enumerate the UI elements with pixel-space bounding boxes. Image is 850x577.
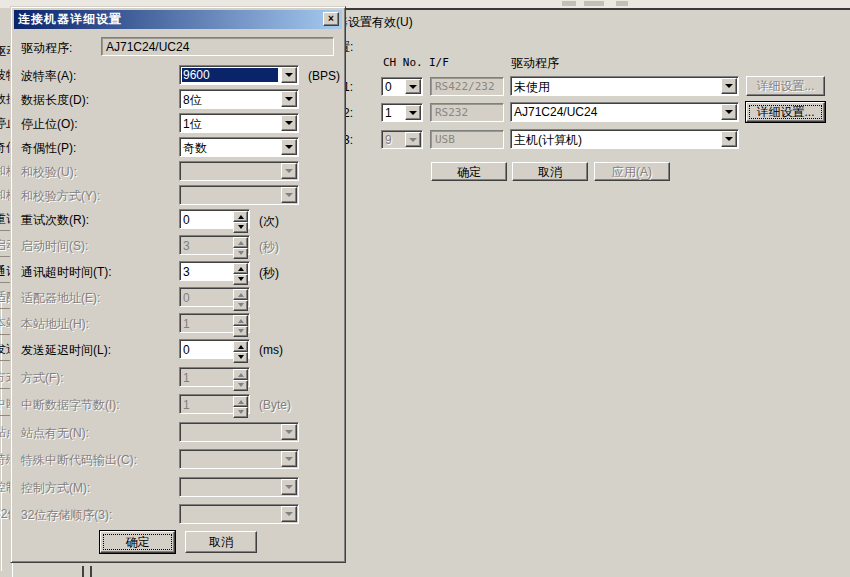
local-station-address-input [180, 314, 232, 332]
field-row-data-length: 数据长度(D):8位 [11, 89, 347, 109]
startup-time-spinner [179, 235, 250, 255]
storage-order-32bit-label: 32位存储顺序(3): [21, 507, 112, 524]
dialog-title: 连接机器详细设置 [14, 11, 122, 28]
ch3-number-combobox: 9 [381, 130, 423, 149]
adapter-address-input [180, 288, 232, 306]
chevron-down-icon [281, 451, 297, 467]
field-row-adapter-address: 适配器地址(E): [11, 287, 347, 307]
chevron-down-icon[interactable] [405, 105, 421, 120]
chevron-down-icon [281, 506, 297, 522]
interrupt-data-bytes-label: 中断数据字节数(I): [21, 397, 120, 414]
ch2-driver-combobox[interactable]: AJ71C24/UC24 [510, 102, 739, 122]
field-row-comm-timeout: 通讯超时时间(T):(秒) [11, 261, 347, 281]
close-icon[interactable]: × [323, 12, 339, 26]
chevron-down-icon[interactable] [721, 78, 737, 94]
mode-spinner [179, 367, 250, 387]
sum-check-value [180, 162, 280, 180]
parity-combobox[interactable]: 奇数 [179, 137, 299, 157]
station-presence-value [180, 423, 280, 441]
baud-rate-value: 9600 [182, 68, 278, 82]
spin-up-icon[interactable] [233, 341, 248, 352]
dialog-ok-button[interactable]: 确定 [100, 531, 175, 553]
spin-up-icon [233, 315, 248, 326]
window-fragment [616, 1, 628, 6]
sum-check-label: 和校验(U): [21, 164, 77, 181]
field-row-control-method: 控制方式(M): [11, 477, 347, 497]
dialog-cancel-button[interactable]: 取消 [185, 531, 257, 553]
field-row-storage-order-32bit: 32位存储顺序(3): [11, 504, 347, 524]
chevron-down-icon[interactable] [281, 67, 297, 83]
field-row-startup-time: 启动时间(S):(秒) [11, 235, 347, 255]
retry-count-spinner[interactable] [179, 209, 250, 229]
ch1-number-combobox[interactable]: 0 [381, 77, 423, 96]
driver-label: 驱动程序: [21, 40, 72, 57]
background-ok-button[interactable]: 确定 [431, 162, 507, 181]
background-cancel-button[interactable]: 取消 [512, 162, 588, 181]
chevron-down-icon[interactable] [721, 104, 737, 120]
mode-input [180, 368, 232, 386]
comm-timeout-unit: (秒) [259, 265, 279, 282]
interrupt-data-bytes-unit: (Byte) [259, 398, 291, 412]
column-header-ch-no: CH No. [383, 56, 423, 69]
send-delay-time-spinner[interactable] [179, 339, 250, 359]
control-method-combobox [179, 477, 299, 497]
special-interrupt-code-output-value [180, 450, 280, 468]
stop-bit-label: 停止位(O): [21, 116, 78, 133]
parity-value: 奇数 [180, 138, 280, 156]
interrupt-data-bytes-spinner [179, 394, 250, 414]
chevron-down-icon[interactable] [281, 91, 297, 107]
chevron-down-icon [281, 187, 297, 203]
control-method-label: 控制方式(M): [21, 480, 90, 497]
comm-timeout-spinner[interactable] [179, 261, 250, 281]
startup-time-unit: (秒) [259, 239, 279, 256]
ch3-interface-box: USB [430, 130, 504, 149]
window-fragment [584, 1, 604, 6]
sum-check-method-value [180, 186, 280, 204]
driver-row: 驱动程序: AJ71C24/UC24 [11, 37, 347, 57]
chevron-down-icon[interactable] [281, 139, 297, 155]
driver-display: AJ71C24/UC24 [101, 37, 334, 56]
dialog-titlebar[interactable]: 连接机器详细设置 × [14, 10, 342, 29]
storage-order-32bit-value [180, 505, 280, 523]
chevron-down-icon[interactable] [405, 79, 421, 94]
ch2-detail-settings-button[interactable]: 详细设置... [746, 102, 825, 122]
ch1-driver-combobox[interactable]: 未使用 [510, 76, 739, 96]
chevron-down-icon[interactable] [721, 131, 737, 147]
field-row-special-interrupt-code-output: 特殊中断代码输出(C): [11, 449, 347, 469]
spin-up-icon[interactable] [233, 263, 248, 274]
comm-timeout-input[interactable] [180, 262, 232, 280]
spin-up-icon [233, 237, 248, 248]
ch2-driver-value: AJ71C24/UC24 [511, 103, 720, 121]
spin-up-icon[interactable] [233, 211, 248, 222]
field-row-station-presence: 站点有无(N): [11, 422, 347, 442]
data-length-value: 8位 [180, 90, 280, 108]
spin-down-icon[interactable] [233, 352, 248, 363]
window-fragment [90, 566, 92, 577]
background-window-top-border [346, 8, 850, 10]
spin-down-icon[interactable] [233, 274, 248, 285]
comm-timeout-label: 通讯超时时间(T): [21, 264, 112, 281]
stop-bit-combobox[interactable]: 1位 [179, 113, 299, 133]
mode-label: 方式(F): [21, 370, 64, 387]
ch3-number-value: 9 [382, 131, 404, 148]
field-row-retry-count: 重试次数(R):(次) [11, 209, 347, 229]
ch1-driver-value: 未使用 [511, 77, 720, 95]
chevron-down-icon[interactable] [281, 115, 297, 131]
field-row-interrupt-data-bytes: 中断数据字节数(I):(Byte) [11, 394, 347, 414]
storage-order-32bit-combobox [179, 504, 299, 524]
spin-down-icon[interactable] [233, 222, 248, 233]
local-station-address-spinner [179, 313, 250, 333]
spin-up-icon [233, 369, 248, 380]
adapter-address-spinner [179, 287, 250, 307]
baud-rate-combobox[interactable]: 9600 [179, 65, 299, 85]
retry-count-input[interactable] [180, 210, 232, 228]
ch2-number-combobox[interactable]: 1 [381, 103, 423, 122]
ch3-driver-combobox[interactable]: 主机(计算机) [510, 129, 739, 149]
send-delay-time-input[interactable] [180, 340, 232, 358]
enable-setting-label: 器设置有效(U) [336, 14, 413, 31]
chevron-down-icon [281, 424, 297, 440]
data-length-combobox[interactable]: 8位 [179, 89, 299, 109]
sum-check-combobox [179, 161, 299, 181]
window-fragment [562, 1, 576, 6]
field-row-send-delay-time: 发送延迟时间(L):(ms) [11, 339, 347, 359]
